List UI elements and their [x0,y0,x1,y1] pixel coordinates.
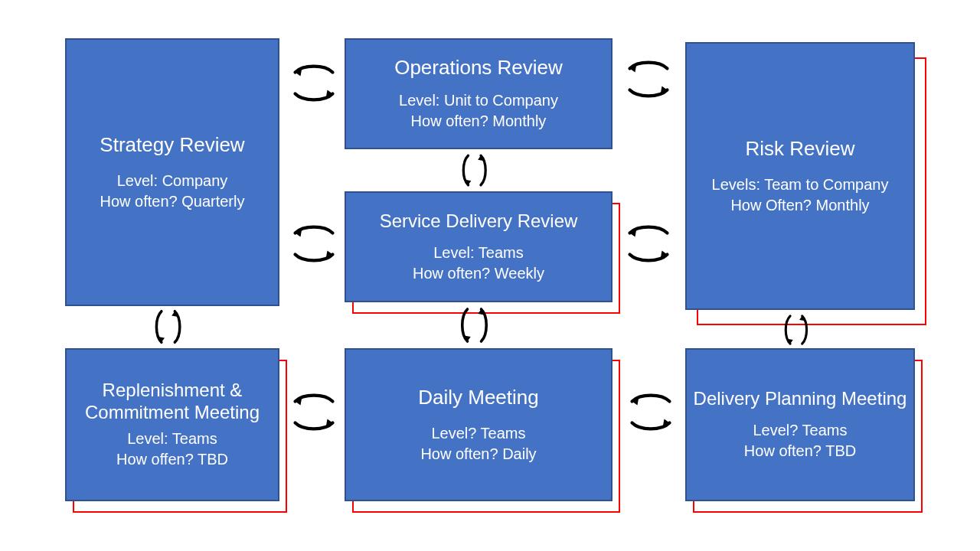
risk-often: How Often? Monthly [730,195,869,216]
operations-title: Operations Review [394,56,563,80]
replenish-title: Replenishment & Commitment Meeting [67,380,278,424]
box-service-delivery-review: Service Delivery Review Level: Teams How… [345,191,612,302]
strategy-often: How often? Quarterly [100,191,245,212]
box-replenishment-commitment-meeting: Replenishment & Commitment Meeting Level… [65,348,279,501]
risk-title: Risk Review [745,137,854,161]
replenish-often: How offen? TBD [116,449,228,470]
cycle-arrows-icon [287,222,341,271]
strategy-title: Strategy Review [100,133,244,157]
cycle-arrows-icon [624,390,678,439]
box-delivery-planning-meeting: Delivery Planning Meeting Level? Teams H… [685,348,915,501]
cycle-arrows-icon [287,390,341,439]
delivery-often: How often? TBD [744,441,856,461]
daily-often: How often? Daily [420,444,536,465]
box-daily-meeting: Daily Meeting Level? Teams How often? Da… [345,348,612,501]
delivery-title: Delivery Planning Meeting [694,388,907,410]
operations-level: Level: Unit to Company [399,90,558,111]
operations-often: How often? Monthly [411,111,547,132]
cycle-arrows-icon [777,310,819,350]
cycle-arrows-icon [622,57,675,106]
service-level: Level: Teams [433,243,523,263]
cycle-arrows-icon [456,149,498,191]
risk-level: Levels: Team to Company [712,174,889,195]
cycle-arrows-icon [149,305,191,349]
replenish-level: Level: Teams [127,429,217,449]
cycle-arrows-icon [622,222,675,271]
box-operations-review: Operations Review Level: Unit to Company… [345,38,612,149]
service-often: How often? Weekly [413,263,544,284]
box-risk-review: Risk Review Levels: Team to Company How … [685,42,915,310]
cycle-arrows-icon [456,302,498,348]
service-title: Service Delivery Review [380,210,578,232]
delivery-level: Level? Teams [753,420,847,441]
cycle-arrows-icon [287,61,341,110]
box-strategy-review: Strategy Review Level: Company How often… [65,38,279,306]
daily-title: Daily Meeting [418,386,539,409]
strategy-level: Level: Company [117,171,228,191]
daily-level: Level? Teams [431,423,525,444]
